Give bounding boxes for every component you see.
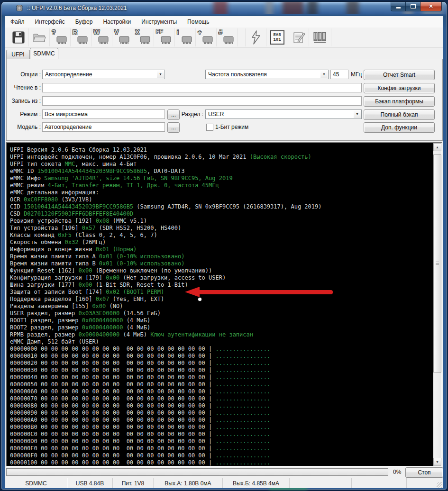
frequency-dropdown[interactable]: Частота пользователя ▼ [205, 70, 329, 79]
chip-icon [181, 36, 193, 45]
chip-add-button[interactable]: + [196, 28, 217, 46]
power-button[interactable] [246, 28, 266, 46]
scroll-up-button[interactable]: ▲ [433, 143, 441, 151]
adapter-line2: 101 [273, 37, 281, 42]
chip-icon [139, 36, 152, 45]
stop-button[interactable]: Стоп [405, 467, 443, 478]
tab-sdmmc[interactable]: SDMMC [30, 48, 58, 59]
log-line: BOOT2 раздел, размер 0x0000400000 (4 МиБ… [10, 324, 433, 331]
menu-tools[interactable]: Инструменты [136, 16, 182, 27]
terminal-panel: UFPI Версия 2.0.6 Бета Сборка 12.03.2021… [6, 142, 442, 467]
mhz-label: МГц [351, 70, 362, 79]
terminal-scrollbar[interactable]: ▲ ▼ [433, 143, 441, 466]
app-window: :: UFPI v2.0.6 Бета Сборка 12.03.2021 ✕ … [1, 2, 447, 490]
log-line: 00000020 00 00 00 00 00 00 00 00 00 00 0… [10, 360, 433, 367]
status-empty-2 [352, 478, 407, 488]
open-button[interactable] [29, 28, 50, 46]
log-line: 000000D0 00 00 00 00 00 00 00 00 00 00 0… [10, 438, 433, 445]
partition-dropdown[interactable]: USER ▼ [205, 109, 362, 119]
menu-bar: Файл Интерфейс Буфер Настройки Инструмен… [5, 16, 443, 28]
status-output-b: Вых.Б: 4.85В 4мА [223, 478, 290, 488]
menu-settings[interactable]: Настройки [98, 16, 136, 27]
read-to-input[interactable] [42, 83, 362, 92]
mode-input[interactable]: Вся микросхема [42, 109, 165, 119]
menu-interface[interactable]: Интерфейс [30, 16, 70, 27]
extra-functions-button[interactable]: Доп. функции [364, 122, 435, 133]
chip-blankcheck-button[interactable]: FF [154, 28, 175, 46]
log-line: Ревизия устройства [192] 0x08 (MMC v5.1) [10, 218, 433, 225]
model-label: Модель : [7, 122, 41, 132]
annotation-arrow-head [185, 287, 200, 297]
log-line: 00000070 00 00 00 00 00 00 00 00 00 00 0… [10, 395, 433, 402]
toolbar-separator [238, 28, 246, 46]
write-from-input[interactable] [42, 96, 362, 106]
scroll-down-button[interactable]: ▼ [433, 458, 441, 466]
sdmmc-tab-page: Опции : Автоопределение ▼ Частота пользо… [6, 59, 443, 141]
frequency-input[interactable]: 45 [330, 70, 348, 79]
chip-write-button[interactable]: W [91, 28, 112, 46]
log-line: Информация о конце жизни 0x01 (Норма) [10, 246, 433, 253]
log-line: 00000010 00 00 00 00 00 00 00 00 00 00 0… [10, 353, 433, 360]
minimize-icon [396, 7, 401, 9]
log-line: UFPI тип сокета MMC, макс. шина 4-Бит [10, 161, 433, 168]
chevron-down-icon: ▼ [354, 110, 361, 118]
log-line: 00000000 00 00 00 00 00 00 00 00 00 00 0… [10, 346, 433, 353]
log-line: 00000060 00 00 00 00 00 00 00 00 00 00 0… [10, 388, 433, 395]
menu-buffer[interactable]: Буфер [70, 16, 98, 27]
log-line: OCR 0xC0FF8080 (3V3/1V8) [10, 196, 433, 203]
full-backup-button[interactable]: Полный бэкап [364, 109, 435, 120]
menu-file[interactable]: Файл [5, 16, 30, 27]
mouse-cursor-dot [198, 298, 201, 301]
boot-config-button[interactable]: Конфиг загрузки [364, 83, 435, 93]
minimize-button[interactable] [391, 2, 406, 11]
chip-serial-glyph: # [219, 28, 222, 36]
chip-info-glyph: i [177, 28, 179, 36]
folder-icon [32, 31, 46, 44]
smart-report-button[interactable]: Отчет Smart [364, 70, 435, 80]
chip-erase-button[interactable]: X [133, 28, 154, 46]
platform-backup-button[interactable]: Бэкап платформы [364, 96, 435, 107]
log-line: USER раздел, размер 0x03A3E00000 (14.56 … [10, 310, 433, 317]
one-bit-checkbox[interactable] [206, 124, 213, 131]
model-browse-button[interactable]: ... [167, 122, 180, 133]
log-line: eMMC детальная информация: [10, 189, 433, 196]
log-line: eMMC режим 4-Бит, Transfer режим, TI 1, … [10, 182, 433, 189]
chip-verify-glyph: V [114, 28, 119, 36]
close-button[interactable]: ✕ [420, 2, 442, 11]
model-input[interactable]: Автоопределение [42, 122, 165, 132]
chip-read-button[interactable]: R [71, 28, 91, 46]
chip-icon [98, 36, 110, 45]
log-line: CID 150100414A54443452039BF9CC9586B5 (Sa… [10, 203, 433, 210]
one-bit-label: 1-Бит режим [215, 122, 248, 132]
tab-ufpi[interactable]: UFPI [6, 50, 30, 59]
chip-identify-glyph: ? [52, 28, 56, 36]
progress-bar [6, 468, 388, 476]
resize-grip[interactable] [437, 482, 442, 488]
chip-info-button[interactable]: i [175, 28, 196, 46]
maximize-icon [411, 4, 416, 9]
title-bar[interactable]: :: UFPI v2.0.6 Бета Сборка 12.03.2021 ✕ [1, 2, 447, 14]
scroll-thumb[interactable] [433, 154, 441, 373]
chip-identify-button[interactable]: ? [50, 28, 71, 46]
chip-icon [202, 36, 214, 45]
log-line: Разделы завершены [155] 0x00 (NO) [10, 303, 433, 310]
log-line: RPMB раздел, размер 0x0000400000 (4 МиБ)… [10, 331, 433, 338]
save-button[interactable] [8, 28, 29, 46]
log-line: 000000A0 00 00 00 00 00 00 00 00 00 00 0… [10, 417, 433, 424]
memory-modules-button[interactable] [309, 28, 331, 46]
terminal-log[interactable]: UFPI Версия 2.0.6 Бета Сборка 12.03.2021… [7, 143, 433, 466]
scroll-grip [436, 262, 439, 265]
menu-help[interactable]: Помощь [182, 16, 214, 27]
options-dropdown[interactable]: Автоопределение ▼ [42, 70, 165, 79]
chip-verify-button[interactable]: V [112, 28, 133, 46]
chip-blankcheck-glyph: FF [156, 28, 163, 35]
chip-serial-button[interactable]: # [217, 28, 238, 46]
log-line: Функция Reset [162] 0x00 (Временно выклю… [10, 267, 433, 274]
maximize-button[interactable] [406, 2, 420, 11]
log-notepad-button[interactable] [288, 28, 309, 46]
options-value: Автоопределение [45, 70, 92, 79]
chevron-down-icon: ▼ [157, 71, 164, 78]
close-icon: ✕ [429, 3, 433, 9]
adapter-ea5101-button[interactable]: EA5 101 [266, 28, 288, 46]
chip-icon [223, 36, 235, 45]
